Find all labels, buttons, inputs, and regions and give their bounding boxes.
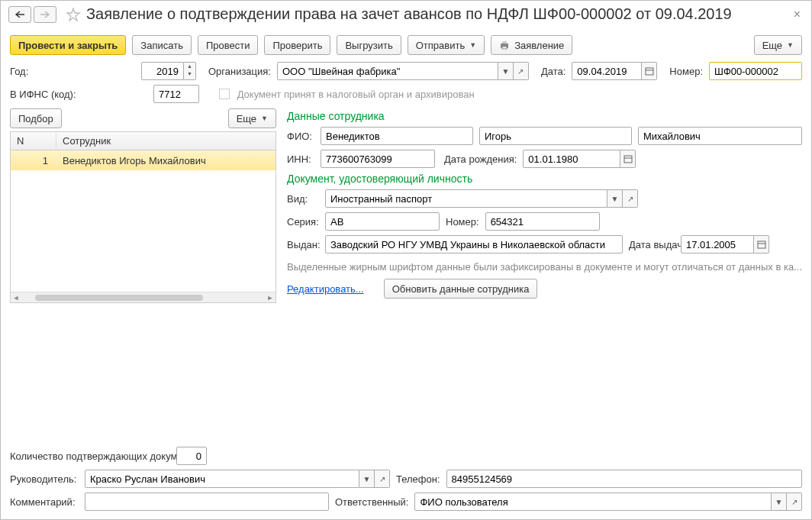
year-spinner[interactable]: ▲▼: [184, 62, 196, 80]
number-input[interactable]: [709, 62, 802, 80]
phone-label: Телефон:: [396, 473, 440, 485]
organization-input[interactable]: [277, 62, 498, 80]
dropdown-button[interactable]: ▼: [772, 493, 787, 511]
dropdown-button[interactable]: ▼: [607, 189, 623, 208]
issued-by-input[interactable]: [325, 235, 623, 254]
comment-input[interactable]: [85, 493, 329, 511]
close-button[interactable]: ×: [791, 6, 804, 23]
nav-forward-button[interactable]: [34, 6, 56, 23]
issued-label: Выдан:: [287, 239, 319, 250]
employee-data-section-title: Данные сотрудника: [287, 110, 802, 122]
table-more-button[interactable]: Еще ▼: [228, 108, 276, 128]
date-input[interactable]: [572, 62, 642, 80]
cell-number: 1: [11, 155, 56, 166]
dropdown-caret-icon: ▼: [469, 41, 476, 49]
open-button[interactable]: ↗: [623, 189, 638, 208]
table-more-label: Еще: [237, 113, 256, 124]
dropdown-caret-icon: ▼: [261, 115, 268, 122]
calendar-button[interactable]: [620, 150, 636, 168]
bold-data-note: Выделенные жирным шрифтом данные были за…: [287, 261, 802, 273]
archived-checkbox-wrap: Документ принят в налоговый орган и архи…: [219, 89, 475, 100]
manager-label: Руководитель:: [10, 473, 79, 485]
year-input[interactable]: [141, 62, 184, 80]
svg-rect-7: [758, 241, 765, 248]
dropdown-button[interactable]: ▼: [498, 62, 514, 80]
year-label: Год:: [10, 66, 135, 77]
col-number-header[interactable]: N: [11, 133, 56, 149]
birth-label: Дата рождения:: [444, 153, 517, 165]
check-button[interactable]: Проверить: [264, 35, 330, 55]
series-label: Серия:: [287, 216, 319, 228]
save-button[interactable]: Записать: [132, 35, 192, 55]
dropdown-button[interactable]: ▼: [359, 470, 375, 488]
dropdown-caret-icon: ▼: [787, 41, 794, 49]
post-button[interactable]: Провести: [198, 35, 259, 55]
docs-count-label: Количество подтверждающих документов:: [10, 451, 170, 462]
post-and-close-button[interactable]: Провести и закрыть: [10, 35, 126, 55]
phone-input[interactable]: [446, 470, 802, 488]
comment-label: Комментарий:: [10, 496, 79, 508]
window-title: Заявление о подтверждении права на зачет…: [86, 5, 791, 23]
send-button[interactable]: Отправить ▼: [408, 35, 485, 55]
date-label: Дата:: [541, 66, 566, 77]
id-document-section-title: Документ, удостоверяющий личность: [287, 173, 802, 185]
svg-rect-3: [646, 68, 653, 75]
horizontal-scrollbar[interactable]: ◄ ►: [11, 292, 276, 302]
responsible-input[interactable]: [414, 493, 772, 511]
cell-employee: Венедиктов Игорь Михайлович: [56, 155, 276, 166]
series-input[interactable]: [325, 212, 440, 231]
calendar-button[interactable]: [754, 235, 769, 254]
table-row[interactable]: 1 Венедиктов Игорь Михайлович: [11, 150, 276, 170]
favorite-star-icon[interactable]: [65, 6, 82, 23]
col-employee-header[interactable]: Сотрудник: [56, 133, 276, 149]
surname-input[interactable]: [321, 127, 473, 145]
ifns-label: В ИФНС (код):: [10, 89, 147, 100]
docnum-input[interactable]: [485, 212, 600, 231]
open-button[interactable]: ↗: [514, 62, 529, 80]
responsible-label: Ответственный:: [335, 496, 408, 508]
archived-label: Документ принят в налоговый орган и архи…: [237, 89, 475, 100]
kind-label: Вид:: [287, 193, 319, 205]
edit-link[interactable]: Редактировать...: [287, 283, 364, 295]
open-button[interactable]: ↗: [787, 493, 802, 511]
doc-kind-input[interactable]: [325, 189, 607, 208]
name-input[interactable]: [479, 127, 632, 145]
print-label: Заявление: [514, 40, 564, 51]
print-application-button[interactable]: Заявление: [491, 35, 572, 55]
patronymic-input[interactable]: [638, 127, 802, 145]
svg-rect-1: [502, 41, 507, 44]
docnum-label: Номер:: [446, 216, 479, 228]
archived-checkbox[interactable]: [219, 89, 230, 99]
org-label: Организация:: [208, 66, 271, 77]
svg-rect-2: [502, 47, 507, 49]
issue-date-input[interactable]: [681, 235, 754, 254]
ifns-input[interactable]: [153, 85, 199, 103]
open-button[interactable]: ↗: [375, 470, 390, 488]
svg-rect-5: [624, 156, 632, 163]
send-label: Отправить: [416, 40, 465, 51]
birth-date-input[interactable]: [523, 150, 620, 168]
fio-label: ФИО:: [287, 131, 314, 142]
issue-date-label: Дата выдачи:: [629, 240, 675, 250]
export-button[interactable]: Выгрузить: [337, 35, 401, 55]
more-button[interactable]: Еще ▼: [754, 35, 802, 55]
pick-employees-button[interactable]: Подбор: [10, 108, 62, 128]
inn-label: ИНН:: [287, 153, 314, 165]
manager-input[interactable]: [85, 470, 359, 488]
printer-icon: [499, 40, 510, 50]
number-label: Номер:: [669, 66, 703, 77]
inn-input[interactable]: [321, 150, 435, 168]
calendar-button[interactable]: [642, 62, 657, 80]
more-label: Еще: [762, 40, 782, 51]
docs-count-input[interactable]: [176, 447, 207, 465]
refresh-employee-button[interactable]: Обновить данные сотрудника: [384, 279, 538, 299]
nav-back-button[interactable]: [8, 6, 31, 23]
